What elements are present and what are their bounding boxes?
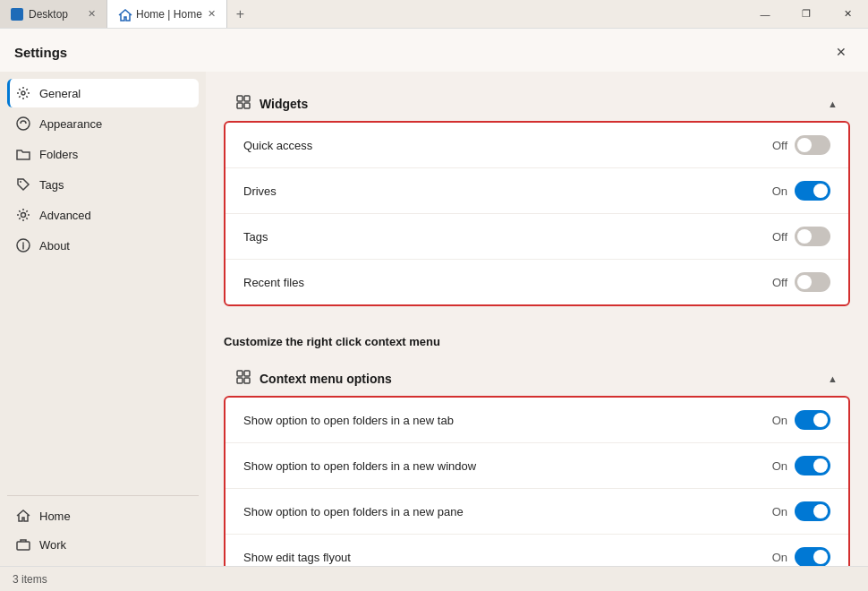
tags-row: Tags Off [226,214,848,260]
tab-home-label: Home | Home [136,8,202,21]
svg-point-0 [21,91,25,95]
home-tab-icon [118,8,131,21]
tab-home-close[interactable]: ✕ [208,8,216,20]
svg-rect-9 [237,371,243,376]
svg-rect-6 [244,96,250,101]
context-menu-section-title: Context menu options [260,372,392,386]
open-new-window-label: Show option to open folders in a new win… [243,459,476,473]
sidebar-item-advanced[interactable]: Advanced [7,201,199,229]
titlebar: Desktop ✕ Home | Home ✕ + — ❐ ✕ [0,0,868,29]
app-title: Settings [14,45,67,60]
open-new-window-toggle[interactable] [795,456,830,475]
recent-files-toggle[interactable] [795,272,830,292]
sidebar-item-about-label: About [39,239,70,253]
edit-tags-status: On [772,551,787,564]
settings-close-button[interactable]: ✕ [829,39,854,64]
tab-home[interactable]: Home | Home ✕ [107,0,227,28]
drives-right: On [772,181,830,201]
app-window: Settings ✕ General Appearance [0,29,868,591]
svg-rect-11 [237,378,243,383]
widgets-header-icon [236,95,251,112]
edit-tags-row: Show edit tags flyout On [226,535,848,566]
content-area: Widgets ▲ Quick access Off [206,72,868,566]
drives-label: Drives [243,184,277,198]
folders-icon [16,147,30,161]
edit-tags-toggle[interactable] [795,547,830,566]
sidebar: General Appearance Folders Tags [0,72,206,566]
quick-access-label: Quick access [243,139,312,152]
widgets-section-header[interactable]: Widgets ▲ [224,86,850,121]
tab-desktop-label: Desktop [29,8,68,21]
main-body: General Appearance Folders Tags [0,72,868,566]
drives-toggle[interactable] [795,181,830,201]
tab-desktop[interactable]: Desktop ✕ [0,0,107,28]
widgets-chevron: ▲ [828,98,838,109]
drives-row: Drives On [226,168,848,214]
sidebar-item-appearance-label: Appearance [39,117,102,131]
close-window-button[interactable]: ✕ [827,0,868,29]
new-tab-button[interactable]: + [227,6,253,22]
open-new-tab-toggle[interactable] [795,410,830,430]
widgets-settings-box: Quick access Off Drives On [224,121,850,306]
recent-files-row: Recent files Off [226,260,848,304]
tags-status: Off [772,230,787,244]
svg-rect-5 [237,96,243,101]
context-menu-section-header[interactable]: Context menu options ▲ [224,361,850,396]
about-icon [16,238,30,253]
items-count: 3 items [13,573,47,586]
context-menu-chevron: ▲ [828,373,838,384]
context-menu-section: Customize the right click context menu C… [224,324,850,566]
sidebar-item-folders[interactable]: Folders [7,140,199,168]
sidebar-item-appearance[interactable]: Appearance [7,109,199,138]
quick-access-right: Off [772,135,830,155]
window-controls: — ❐ ✕ [745,0,868,29]
open-new-pane-status: On [772,505,787,518]
open-new-pane-right: On [772,501,830,521]
sidebar-item-general[interactable]: General [7,79,199,107]
tags-toggle[interactable] [795,227,830,246]
svg-rect-4 [17,542,30,550]
recent-files-right: Off [772,272,830,292]
sidebar-item-about[interactable]: About [7,231,199,260]
svg-rect-7 [237,103,243,108]
quick-access-status: Off [772,139,787,152]
open-new-tab-right: On [772,410,830,430]
widgets-section-title: Widgets [260,97,308,111]
quick-access-toggle[interactable] [795,135,830,155]
general-icon [16,86,30,100]
open-new-pane-row: Show option to open folders in a new pan… [226,489,848,535]
drives-status: On [772,184,787,198]
sidebar-bottom: Home Work [7,495,199,559]
svg-point-1 [20,181,21,183]
quick-access-row: Quick access Off [226,123,848,168]
open-new-tab-status: On [772,414,787,427]
edit-tags-label: Show edit tags flyout [243,551,351,564]
tab-desktop-close[interactable]: ✕ [88,8,96,20]
minimize-button[interactable]: — [745,0,786,29]
widgets-section: Widgets ▲ Quick access Off [224,86,850,306]
sidebar-item-advanced-label: Advanced [39,209,91,222]
sidebar-item-home-bottom-label: Home [39,510,71,523]
sidebar-item-work-bottom[interactable]: Work [7,530,199,559]
sidebar-item-home-bottom[interactable]: Home [7,501,199,530]
open-new-window-status: On [772,459,787,473]
sidebar-item-general-label: General [39,87,81,100]
sidebar-item-tags-label: Tags [39,178,64,192]
open-new-pane-toggle[interactable] [795,501,830,521]
sidebar-item-work-bottom-label: Work [39,538,66,552]
maximize-button[interactable]: ❐ [786,0,827,29]
appearance-icon [16,116,30,131]
open-new-window-right: On [772,456,830,475]
svg-point-2 [21,213,26,218]
desktop-tab-icon [11,8,23,21]
open-new-window-row: Show option to open folders in a new win… [226,443,848,489]
open-new-tab-label: Show option to open folders in a new tab [243,414,454,427]
home-bottom-icon [16,509,30,523]
context-menu-header-left: Context menu options [236,370,392,387]
sidebar-spacer [7,261,199,490]
sidebar-item-tags[interactable]: Tags [7,170,199,199]
work-bottom-icon [16,537,30,552]
svg-rect-10 [244,371,250,376]
sidebar-item-folders-label: Folders [39,148,78,161]
context-menu-header-icon [236,370,251,387]
